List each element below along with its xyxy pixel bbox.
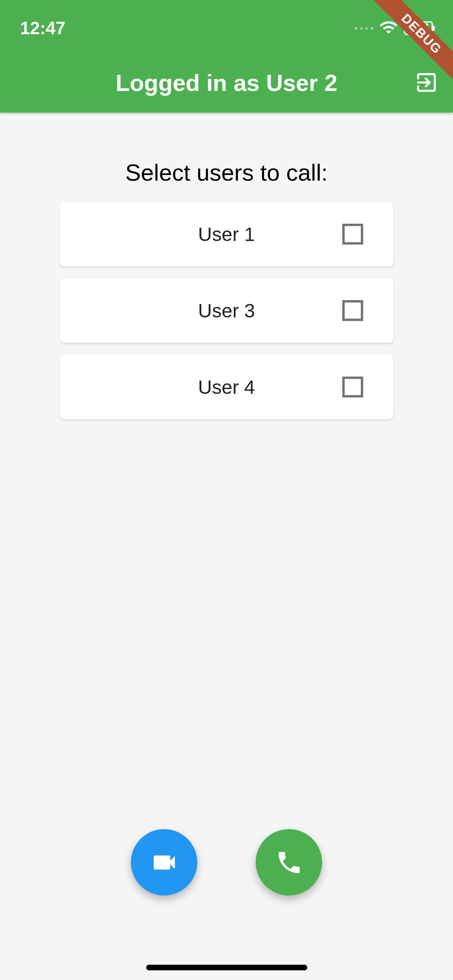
user-list: User 1 User 3 User 4 [19,202,434,419]
fab-container [0,829,453,896]
page-title: Logged in as User 2 [116,69,337,96]
home-indicator[interactable] [146,965,307,970]
user-label: User 4 [198,376,255,398]
app-bar: Logged in as User 2 [0,52,453,113]
user-list-item[interactable]: User 1 [60,202,393,266]
status-time: 12:47 [20,18,66,38]
logout-button[interactable] [412,68,441,97]
user-checkbox[interactable] [342,377,363,397]
user-checkbox[interactable] [342,300,363,321]
video-call-button[interactable] [131,829,197,896]
user-label: User 1 [198,223,255,245]
user-label: User 3 [198,300,255,322]
exit-to-app-icon [414,70,439,95]
user-checkbox[interactable] [342,224,363,245]
phone-icon [275,848,303,877]
videocam-icon [150,848,178,877]
user-list-item[interactable]: User 3 [60,278,393,343]
main-content: Select users to call: User 1 User 3 User… [0,113,453,419]
audio-call-button[interactable] [256,829,322,896]
user-list-item[interactable]: User 4 [60,355,393,419]
section-title: Select users to call: [19,159,434,186]
cellular-signal-icon [355,27,373,30]
